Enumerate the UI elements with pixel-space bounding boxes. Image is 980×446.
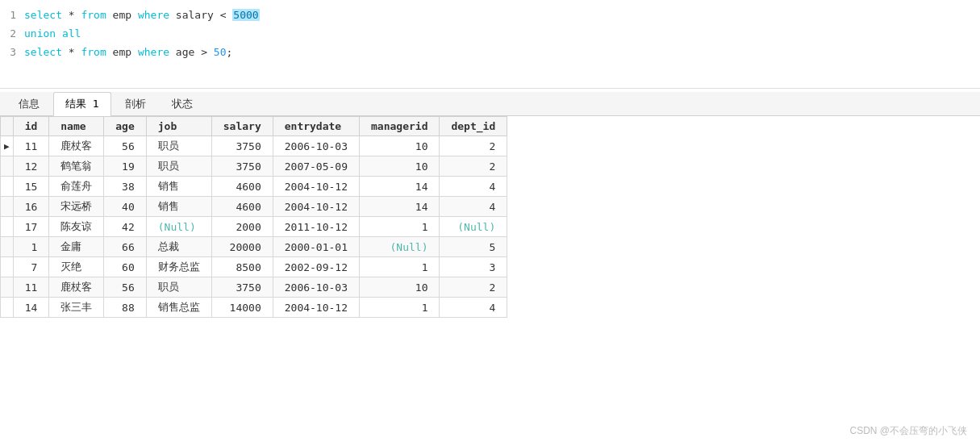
cell-id: 15 xyxy=(13,177,49,197)
table-row[interactable]: ▶11鹿杖客56职员37502006-10-03102 xyxy=(1,136,507,156)
cell-entrydate: 2006-10-03 xyxy=(273,277,359,298)
col-header-managerid: managerid xyxy=(360,117,440,136)
line-number: 1 xyxy=(0,7,24,24)
table-row[interactable]: 12鹤笔翁19职员37502007-05-09102 xyxy=(1,156,507,177)
cell-age: 60 xyxy=(104,257,146,277)
cell-salary: 8500 xyxy=(211,257,273,277)
cell-name: 灭绝 xyxy=(49,257,104,277)
cell-entrydate: 2007-05-09 xyxy=(273,156,359,177)
cell-id: 11 xyxy=(13,136,49,156)
cell-job: 职员 xyxy=(146,277,211,298)
code-line: 1select * from emp where salary < 5000 xyxy=(0,6,980,25)
cell-managerid: 10 xyxy=(360,277,440,298)
code-token: ; xyxy=(227,46,233,58)
code-token: * xyxy=(62,9,81,21)
code-editor[interactable]: 1select * from emp where salary < 50002u… xyxy=(0,0,980,89)
tab-状态[interactable]: 状态 xyxy=(160,92,205,115)
cell-managerid: 14 xyxy=(360,177,440,197)
cell-entrydate: 2000-01-01 xyxy=(273,237,359,257)
cell-job: 销售 xyxy=(146,197,211,217)
table-row[interactable]: 17陈友谅42(Null)20002011-10-121(Null) xyxy=(1,217,507,237)
cell-managerid: 10 xyxy=(360,136,440,156)
cell-entrydate: 2011-10-12 xyxy=(273,217,359,237)
table-row[interactable]: 15俞莲舟38销售46002004-10-12144 xyxy=(1,177,507,197)
cell-indicator xyxy=(1,217,14,237)
cell-entrydate: 2004-10-12 xyxy=(273,298,359,318)
null-value: (Null) xyxy=(158,221,196,233)
cell-managerid: 14 xyxy=(360,197,440,217)
code-token: age > xyxy=(169,46,214,58)
code-line: 2union all xyxy=(0,25,980,44)
cell-id: 1 xyxy=(13,237,49,257)
cell-dept_id: (Null) xyxy=(440,217,507,237)
cell-id: 11 xyxy=(13,277,49,298)
cell-job: 销售 xyxy=(146,177,211,197)
cell-salary: 20000 xyxy=(211,237,273,257)
cell-age: 19 xyxy=(104,156,146,177)
table-row[interactable]: 14张三丰88销售总监140002004-10-1214 xyxy=(1,298,507,318)
tab-结果 1[interactable]: 结果 1 xyxy=(53,92,111,116)
cell-job: 职员 xyxy=(146,156,211,177)
table-row[interactable]: 1金庸66总裁200002000-01-01(Null)5 xyxy=(1,237,507,257)
col-header-dept_id: dept_id xyxy=(440,117,507,136)
cell-indicator xyxy=(1,156,14,177)
cell-salary: 3750 xyxy=(211,277,273,298)
cell-age: 66 xyxy=(104,237,146,257)
code-token: select xyxy=(24,9,62,21)
table-header: idnameagejobsalaryentrydatemanageriddept… xyxy=(1,117,507,136)
col-header-job: job xyxy=(146,117,211,136)
cell-name: 金庸 xyxy=(49,237,104,257)
cell-entrydate: 2004-10-12 xyxy=(273,197,359,217)
cell-age: 40 xyxy=(104,197,146,217)
table-row[interactable]: 11鹿杖客56职员37502006-10-03102 xyxy=(1,277,507,298)
cell-managerid: 1 xyxy=(360,257,440,277)
cell-managerid: 1 xyxy=(360,298,440,318)
table-row[interactable]: 7灭绝60财务总监85002002-09-1213 xyxy=(1,257,507,277)
code-token: emp xyxy=(106,46,138,58)
cell-indicator xyxy=(1,257,14,277)
cell-indicator xyxy=(1,177,14,197)
col-header-indicator xyxy=(1,117,14,136)
cell-name: 鹿杖客 xyxy=(49,136,104,156)
code-token: emp xyxy=(106,9,138,21)
tab-剖析[interactable]: 剖析 xyxy=(113,92,158,115)
code-token: select xyxy=(24,46,62,58)
cell-salary: 3750 xyxy=(211,156,273,177)
cell-dept_id: 5 xyxy=(440,237,507,257)
col-header-salary: salary xyxy=(211,117,273,136)
code-token: from xyxy=(81,46,106,58)
cell-entrydate: 2004-10-12 xyxy=(273,177,359,197)
cell-salary: 2000 xyxy=(211,217,273,237)
code-token: 5000 xyxy=(232,9,259,21)
tabs-bar: 信息结果 1剖析状态 xyxy=(0,92,980,116)
cell-dept_id: 2 xyxy=(440,136,507,156)
cell-id: 17 xyxy=(13,217,49,237)
col-header-entrydate: entrydate xyxy=(273,117,359,136)
cell-indicator: ▶ xyxy=(1,136,14,156)
cell-dept_id: 4 xyxy=(440,197,507,217)
cell-job: (Null) xyxy=(146,217,211,237)
col-header-id: id xyxy=(13,117,49,136)
cell-dept_id: 3 xyxy=(440,257,507,277)
result-table: idnameagejobsalaryentrydatemanageriddept… xyxy=(0,116,507,318)
null-value: (Null) xyxy=(457,221,495,233)
line-number: 2 xyxy=(0,26,24,43)
cell-name: 鹿杖客 xyxy=(49,277,104,298)
cell-id: 14 xyxy=(13,298,49,318)
code-token: 50 xyxy=(214,46,227,58)
cell-id: 12 xyxy=(13,156,49,177)
cell-dept_id: 2 xyxy=(440,277,507,298)
cell-dept_id: 4 xyxy=(440,177,507,197)
cell-dept_id: 2 xyxy=(440,156,507,177)
cell-salary: 4600 xyxy=(211,177,273,197)
code-token: where xyxy=(138,9,169,21)
cell-indicator xyxy=(1,197,14,217)
table-row[interactable]: 16宋远桥40销售46002004-10-12144 xyxy=(1,197,507,217)
tab-信息[interactable]: 信息 xyxy=(6,92,52,115)
cell-age: 56 xyxy=(104,136,146,156)
cell-job: 财务总监 xyxy=(146,257,211,277)
cell-age: 38 xyxy=(104,177,146,197)
cell-entrydate: 2002-09-12 xyxy=(273,257,359,277)
cell-id: 7 xyxy=(13,257,49,277)
col-header-age: age xyxy=(104,117,146,136)
